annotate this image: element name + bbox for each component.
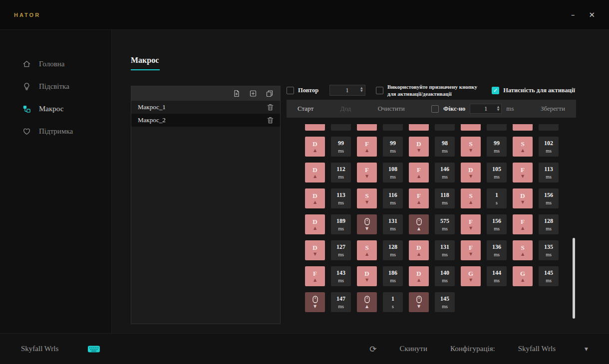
delay-cell[interactable]: 143ms	[331, 266, 351, 286]
refresh-icon[interactable]: ⟳	[369, 344, 376, 354]
key-event-cell[interactable]: F▲	[305, 266, 325, 286]
delay-cell[interactable]: 135ms	[539, 240, 559, 260]
delay-cell[interactable]: 108ms	[383, 163, 403, 182]
delay-cell[interactable]: 113ms	[331, 188, 351, 208]
key-event-cell[interactable]: F▼	[513, 163, 533, 182]
delay-cell[interactable]: 145ms	[539, 266, 559, 286]
fixed-value-input[interactable]: 1 ▲▼	[470, 104, 502, 114]
key-event-cell[interactable]: ▲	[357, 292, 377, 312]
delay-cell[interactable]: 146ms	[435, 163, 455, 182]
sidebar-item-heart[interactable]: Підтримка	[0, 120, 111, 143]
key-event-cell[interactable]: ▼	[305, 292, 325, 312]
delay-cell[interactable]: 131ms	[435, 240, 455, 260]
copy-icon[interactable]	[266, 90, 273, 97]
delay-cell[interactable]: 116ms	[383, 188, 403, 208]
add-file-icon[interactable]	[250, 90, 257, 97]
spinner-down-icon[interactable]: ▼	[360, 89, 363, 92]
delay-cell[interactable]: 118ms	[435, 188, 455, 208]
delay-cell[interactable]: 136ms	[487, 240, 507, 260]
delay-cell[interactable]: 98ms	[435, 137, 455, 157]
delay-cell[interactable]: 112ms	[331, 163, 351, 182]
key-event-cell[interactable]: S▲	[461, 188, 481, 208]
key-cell[interactable]	[513, 124, 533, 131]
key-event-cell[interactable]: D▼	[513, 188, 533, 208]
key-event-cell[interactable]: F▲	[409, 163, 429, 182]
sidebar-item-home[interactable]: Головна	[0, 53, 111, 75]
delay-cell[interactable]: 128ms	[539, 214, 559, 234]
key-event-cell[interactable]: D▼	[409, 137, 429, 157]
key-event-cell[interactable]: F▲	[513, 214, 533, 234]
repeat-count-input[interactable]: 1 ▲▼	[329, 85, 365, 96]
key-event-cell[interactable]: ▼	[357, 214, 377, 234]
key-event-cell[interactable]: F▼	[461, 214, 481, 234]
key-event-cell[interactable]: G▲	[513, 266, 533, 286]
key-event-cell[interactable]: F▲	[357, 137, 377, 157]
delay-cell[interactable]: 99ms	[487, 137, 507, 157]
key-event-cell[interactable]: D▼	[305, 240, 325, 260]
trash-icon[interactable]	[267, 104, 274, 111]
trash-icon[interactable]	[267, 117, 274, 124]
repeat-spinner[interactable]: ▲▼	[360, 86, 363, 92]
key-event-cell[interactable]: D▲	[305, 214, 325, 234]
key-cell[interactable]	[357, 124, 377, 131]
sidebar-item-bulb[interactable]: Підсвітка	[0, 75, 111, 98]
delay-cell[interactable]: 186ms	[383, 266, 403, 286]
start-button[interactable]: Старт	[298, 105, 313, 113]
scrollbar-thumb[interactable]	[573, 238, 575, 319]
delay-cell[interactable]: 131ms	[383, 214, 403, 234]
key-cell[interactable]	[305, 124, 325, 131]
new-file-icon[interactable]	[233, 90, 240, 97]
repeat-checkbox[interactable]	[287, 87, 294, 94]
delay-cell[interactable]: 99ms	[383, 137, 403, 157]
add-button[interactable]: Дод	[340, 105, 351, 113]
delay-cell[interactable]: 128ms	[383, 240, 403, 260]
save-button[interactable]: Зберегти	[541, 105, 565, 113]
key-event-cell[interactable]: S▲	[513, 137, 533, 157]
fixed-spinner[interactable]: ▲▼	[497, 105, 500, 111]
delay-cell[interactable]: 1s	[487, 188, 507, 208]
minimize-button[interactable]: –	[571, 10, 575, 19]
key-event-cell[interactable]: G▼	[461, 266, 481, 286]
delay-cell[interactable]: 189ms	[331, 214, 351, 234]
delay-cell[interactable]: 156ms	[487, 214, 507, 234]
spinner-down-icon[interactable]: ▼	[497, 108, 500, 111]
press-activate-checkbox[interactable]: ✓	[492, 87, 499, 94]
sidebar-item-macro[interactable]: Макрос	[0, 98, 111, 120]
key-event-cell[interactable]: S▲	[513, 240, 533, 260]
reset-button[interactable]: Скинути	[400, 345, 427, 353]
key-event-cell[interactable]: D▲	[305, 163, 325, 182]
delay-cell[interactable]: 145ms	[435, 292, 455, 312]
key-cell[interactable]	[461, 124, 481, 131]
key-event-cell[interactable]: F▲	[409, 188, 429, 208]
delay-cell[interactable]: 1s	[383, 292, 403, 312]
key-event-cell[interactable]: ▼	[409, 292, 429, 312]
macro-list-item[interactable]: Макрос_2	[131, 114, 280, 127]
key-event-cell[interactable]: D▼	[461, 163, 481, 182]
fixed-checkbox[interactable]	[431, 105, 439, 113]
delay-cell[interactable]: 105ms	[487, 163, 507, 182]
key-cell[interactable]	[409, 124, 429, 131]
key-event-cell[interactable]: S▲	[357, 240, 377, 260]
delay-cell[interactable]: 140ms	[435, 266, 455, 286]
delay-cell[interactable]: 102ms	[539, 137, 559, 157]
macro-list-item[interactable]: Макрос_1	[131, 101, 280, 114]
delay-cell[interactable]: 113ms	[539, 163, 559, 182]
assigned-button-checkbox[interactable]	[376, 87, 383, 94]
delay-cell[interactable]: 127ms	[331, 240, 351, 260]
delay-cell[interactable]: 575ms	[435, 214, 455, 234]
key-event-cell[interactable]: F▼	[461, 240, 481, 260]
delay-cell[interactable]: 144ms	[487, 266, 507, 286]
close-button[interactable]: ✕	[589, 10, 595, 19]
delay-cell[interactable]: 99ms	[331, 137, 351, 157]
clear-button[interactable]: Очистити	[378, 105, 405, 113]
key-event-cell[interactable]: D▼	[357, 266, 377, 286]
key-event-cell[interactable]: F▼	[357, 163, 377, 182]
key-event-cell[interactable]: D▲	[409, 266, 429, 286]
key-event-cell[interactable]: ▲	[409, 214, 429, 234]
delay-cell[interactable]: 156ms	[539, 188, 559, 208]
config-select[interactable]: Skyfall Wrls ▼	[518, 345, 588, 353]
key-event-cell[interactable]: D▲	[409, 240, 429, 260]
delay-cell[interactable]: 147ms	[331, 292, 351, 312]
key-event-cell[interactable]: D▲	[305, 137, 325, 157]
key-event-cell[interactable]: S▼	[357, 188, 377, 208]
